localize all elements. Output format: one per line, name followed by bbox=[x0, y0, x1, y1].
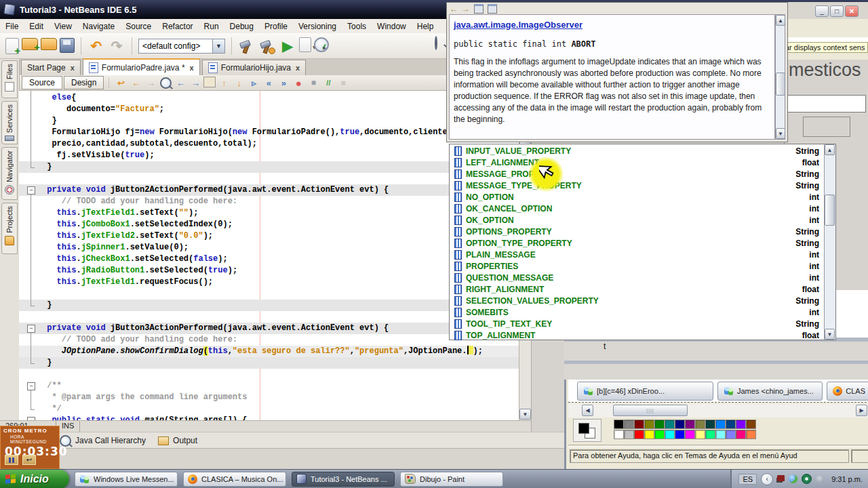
chevron-down-icon[interactable]: ▼ bbox=[212, 39, 224, 53]
menu-navigate[interactable]: Navigate bbox=[77, 20, 120, 33]
record-macro-icon[interactable]: ● bbox=[292, 77, 305, 89]
scroll-down-icon[interactable]: ▼ bbox=[776, 128, 785, 139]
design-view-button[interactable]: Design bbox=[64, 76, 104, 89]
bottom-tab-java-call-hierarchy[interactable]: Java Call Hierarchy bbox=[60, 435, 146, 447]
completion-item-options_property[interactable]: OPTIONS_PROPERTYString bbox=[450, 226, 823, 237]
completion-item-properties[interactable]: PROPERTIESint bbox=[450, 260, 823, 272]
code-line[interactable] bbox=[19, 288, 519, 300]
completion-item-right_alignment[interactable]: RIGHT_ALIGNMENTfloat bbox=[450, 283, 823, 295]
build-icon[interactable] bbox=[238, 37, 256, 55]
color-swatch[interactable] bbox=[654, 430, 665, 439]
menu-file[interactable]: File bbox=[0, 20, 24, 33]
code-line[interactable]: public static void main(String args[]) { bbox=[19, 415, 519, 420]
completion-item-tool_tip_text_key[interactable]: TOOL_TIP_TEXT_KEYString bbox=[450, 318, 823, 329]
taskbar-button-dibujo-paint[interactable]: Dibujo - Paint bbox=[400, 472, 503, 487]
code-line[interactable]: private void jButton3ActionPerformed(jav… bbox=[19, 323, 519, 334]
code-line[interactable]: this.jSpinner1.setValue(0); bbox=[19, 242, 519, 253]
color-swatch[interactable] bbox=[644, 420, 654, 429]
open-external-icon[interactable] bbox=[488, 4, 497, 14]
completion-item-no_option[interactable]: NO_OPTIONint bbox=[450, 191, 823, 203]
color-swatch[interactable] bbox=[736, 420, 746, 429]
javadoc-scrollbar[interactable]: ▲ ▼ bbox=[775, 14, 785, 140]
sidebar-tab-projects[interactable]: Projects bbox=[1, 203, 18, 254]
back-icon[interactable]: ← bbox=[129, 77, 142, 89]
tray-flag-icon[interactable] bbox=[777, 475, 785, 481]
menu-tools[interactable]: Tools bbox=[342, 20, 372, 33]
code-editor[interactable]: else{ documento="Factura"; } FormularioH… bbox=[19, 91, 519, 420]
color-swatch[interactable] bbox=[746, 430, 756, 439]
menu-refactor[interactable]: Refactor bbox=[157, 20, 198, 33]
color-swatch[interactable] bbox=[644, 430, 654, 439]
shift-right-icon[interactable]: » bbox=[277, 77, 290, 89]
menu-view[interactable]: View bbox=[49, 20, 77, 33]
forward-icon[interactable]: → bbox=[144, 77, 157, 89]
javadoc-class-link[interactable]: java.awt.image.ImageObserver bbox=[454, 20, 583, 30]
open-project-icon[interactable] bbox=[41, 38, 57, 50]
menu-debug[interactable]: Debug bbox=[224, 20, 259, 33]
color-swatch[interactable] bbox=[715, 420, 726, 429]
color-swatch[interactable] bbox=[634, 430, 644, 439]
fold-collapse-icon[interactable]: − bbox=[27, 325, 35, 333]
taskbar-button-tutorial3-netbeans-[interactable]: Tutorial3 - NetBeans ... bbox=[292, 472, 395, 487]
pause-button[interactable] bbox=[5, 455, 18, 465]
quick-search-icon[interactable] bbox=[435, 37, 437, 49]
clean-build-icon[interactable] bbox=[258, 37, 276, 55]
code-line[interactable] bbox=[19, 369, 519, 380]
profile-icon[interactable] bbox=[314, 37, 329, 52]
shift-left-icon[interactable]: « bbox=[262, 77, 275, 89]
scroll-up-icon[interactable]: ▲ bbox=[776, 15, 785, 26]
scrollbar-thumb[interactable] bbox=[776, 73, 785, 96]
tab-start-page[interactable]: Start Pagex bbox=[21, 60, 81, 75]
new-project-icon[interactable] bbox=[22, 38, 38, 50]
color-swatch[interactable] bbox=[685, 420, 695, 429]
last-edit-icon[interactable]: ↩ bbox=[114, 77, 127, 89]
menu-profile[interactable]: Profile bbox=[259, 20, 293, 33]
comment-icon[interactable]: // bbox=[321, 77, 335, 89]
color-swatch[interactable] bbox=[695, 420, 705, 429]
completion-item-ok_cancel_option[interactable]: OK_CANCEL_OPTIONint bbox=[450, 203, 823, 214]
language-indicator[interactable]: ES bbox=[738, 474, 757, 485]
code-line[interactable]: // TODO add your handling code here: bbox=[19, 196, 519, 207]
code-line[interactable]: this.jTextField1.setText(""); bbox=[19, 207, 519, 219]
form-text-field[interactable] bbox=[785, 95, 866, 113]
color-swatch[interactable] bbox=[614, 420, 624, 429]
toggle-highlight-icon[interactable] bbox=[203, 77, 216, 87]
code-line[interactable]: } bbox=[19, 115, 519, 127]
code-line[interactable]: } bbox=[19, 300, 519, 311]
tab-close-icon[interactable]: x bbox=[294, 64, 300, 72]
tray-chevron-icon[interactable]: ‹ bbox=[761, 473, 773, 485]
menu-window[interactable]: Window bbox=[372, 20, 412, 33]
find-selection-icon[interactable] bbox=[159, 77, 172, 89]
move-down-icon[interactable]: ↓ bbox=[232, 77, 245, 89]
color-swatch[interactable] bbox=[675, 420, 685, 429]
completion-scrollbar[interactable]: ▲ ▼ bbox=[824, 144, 835, 340]
sidebar-tab-services[interactable]: Services bbox=[1, 101, 18, 144]
code-line[interactable]: precio,cantidad,subtotal,descuento,total… bbox=[19, 138, 519, 150]
open-in-browser-icon[interactable] bbox=[474, 4, 484, 14]
color-swatch[interactable] bbox=[624, 420, 634, 429]
tray-media-icon[interactable] bbox=[802, 474, 812, 484]
color-swatch[interactable] bbox=[705, 420, 715, 429]
fold-collapse-icon[interactable]: − bbox=[27, 186, 35, 195]
color-swatch[interactable] bbox=[665, 430, 675, 439]
minimize-icon[interactable]: _ bbox=[815, 5, 829, 17]
code-line[interactable]: FormularioHijo fj=new FormularioHijo(new… bbox=[19, 127, 519, 138]
code-line[interactable]: this.jRadioButton1.setSelected(true); bbox=[19, 265, 519, 277]
code-line[interactable]: else{ bbox=[19, 92, 519, 104]
doc-back-icon[interactable]: ← bbox=[450, 4, 458, 14]
code-line[interactable]: */ bbox=[19, 403, 519, 415]
completion-item-ok_option[interactable]: OK_OPTIONint bbox=[450, 214, 823, 226]
tab-formulariohijo-java[interactable]: FormularioHijo.javax bbox=[202, 60, 307, 75]
color-swatch[interactable] bbox=[675, 430, 685, 439]
sidebar-tab-files[interactable]: Files bbox=[1, 60, 18, 98]
start-button[interactable]: Inicio bbox=[0, 470, 69, 488]
run-icon[interactable] bbox=[279, 37, 296, 55]
save-all-icon[interactable] bbox=[60, 38, 75, 53]
completion-item-top_alignment[interactable]: TOP_ALIGNMENTfloat bbox=[450, 329, 823, 341]
color-swatch[interactable] bbox=[705, 430, 715, 439]
fold-collapse-icon[interactable]: − bbox=[27, 382, 35, 390]
completion-item-option_type_property[interactable]: OPTION_TYPE_PROPERTYString bbox=[450, 237, 823, 249]
menu-run[interactable]: Run bbox=[199, 20, 224, 33]
scroll-up-icon[interactable]: ▲ bbox=[825, 144, 835, 155]
color-swatch[interactable] bbox=[624, 430, 634, 439]
